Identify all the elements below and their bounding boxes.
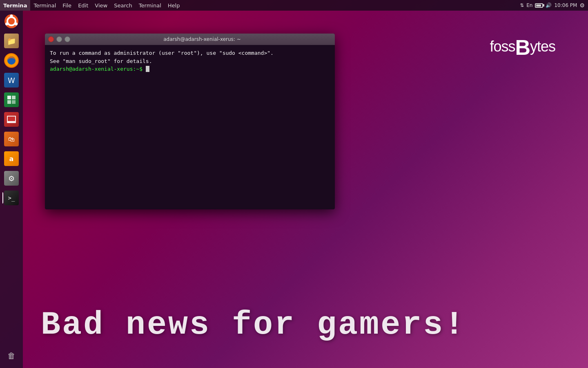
launcher-item-terminal[interactable]: >_ <box>2 189 20 207</box>
svg-rect-9 <box>7 100 11 104</box>
battery-icon <box>535 3 543 8</box>
software-icon: 🛍 <box>4 132 19 146</box>
trash-icon: 🗑 <box>4 348 19 363</box>
svg-point-4 <box>5 22 8 25</box>
terminal-prompt: adarsh@adarsh-xenial-xerus:~$ <box>50 66 146 72</box>
system-settings-icon[interactable]: ⚙ <box>579 2 585 9</box>
amazon-icon: a <box>4 151 19 166</box>
launcher-item-amazon[interactable]: a <box>2 150 20 168</box>
terminal-icon: >_ <box>4 191 19 205</box>
impress-icon <box>4 112 19 127</box>
app-name[interactable]: Termina <box>0 0 30 11</box>
svg-rect-12 <box>8 117 15 121</box>
launcher-item-impress[interactable] <box>2 110 20 128</box>
menu-help[interactable]: Help <box>165 0 183 11</box>
svg-rect-7 <box>7 96 11 99</box>
writer-icon: W <box>4 73 19 88</box>
menu-terminal[interactable]: Terminal <box>30 0 59 11</box>
terminal-title: adarsh@adarsh-xenial-xerus: ~ <box>73 36 332 42</box>
terminal-prompt-line: adarsh@adarsh-xenial-xerus:~$ <box>50 65 330 73</box>
terminal-window: adarsh@adarsh-xenial-xerus: ~ To run a c… <box>45 34 335 209</box>
svg-rect-10 <box>12 100 16 104</box>
menu-bar-left: Termina Terminal File Edit View Search T… <box>0 0 520 11</box>
terminal-titlebar: adarsh@adarsh-xenial-xerus: ~ <box>45 34 335 45</box>
ytes-text: ytes <box>530 38 555 55</box>
terminal-body[interactable]: To run a command as administrator (user … <box>45 45 335 209</box>
launcher-item-files[interactable]: 📁 <box>2 32 20 50</box>
menu-terminal2[interactable]: Terminal <box>136 0 165 11</box>
close-button[interactable] <box>48 36 54 42</box>
svg-point-2 <box>10 15 13 18</box>
files-icon: 📁 <box>4 34 19 48</box>
settings-icon: ⚙ <box>4 171 19 186</box>
terminal-line-1: To run a command as administrator (user … <box>50 49 330 57</box>
launcher-item-ubuntu[interactable] <box>2 12 20 30</box>
menu-edit[interactable]: Edit <box>75 0 91 11</box>
menu-file[interactable]: File <box>59 0 75 11</box>
launcher-item-settings[interactable]: ⚙ <box>2 169 20 187</box>
top-menu-bar: Termina Terminal File Edit View Search T… <box>0 0 588 11</box>
launcher-item-software[interactable]: 🛍 <box>2 130 20 148</box>
launcher-sidebar: 📁 W <box>0 11 23 368</box>
launcher-item-calc[interactable] <box>2 91 20 109</box>
menu-search[interactable]: Search <box>111 0 136 11</box>
volume-icon[interactable]: 🔊 <box>546 2 552 8</box>
foss-text: foss <box>490 38 515 55</box>
maximize-button[interactable] <box>65 36 70 42</box>
watermark-text: Bad news for gamers! <box>41 306 576 343</box>
launcher-item-writer[interactable]: W <box>2 71 20 89</box>
terminal-cursor <box>146 66 149 72</box>
systray: ⇅ En 🔊 10:06 PM ⚙ <box>520 2 588 9</box>
keyboard-layout[interactable]: En <box>526 2 532 8</box>
launcher-item-firefox[interactable] <box>2 52 20 70</box>
menu-view[interactable]: View <box>91 0 111 11</box>
terminal-line-2: See "man sudo_root" for details. <box>50 57 330 65</box>
network-icon[interactable]: ⇅ <box>520 2 524 8</box>
calc-icon <box>4 92 19 107</box>
svg-rect-8 <box>12 96 16 99</box>
minimize-button[interactable] <box>56 36 62 42</box>
fossbytes-logo: fossBytes <box>490 37 555 58</box>
firefox-icon <box>4 53 19 68</box>
clock: 10:06 PM <box>554 2 577 8</box>
B-letter: B <box>515 36 530 59</box>
svg-rect-13 <box>8 122 10 123</box>
svg-point-3 <box>15 22 18 25</box>
launcher-item-trash[interactable]: 🗑 <box>2 347 20 365</box>
